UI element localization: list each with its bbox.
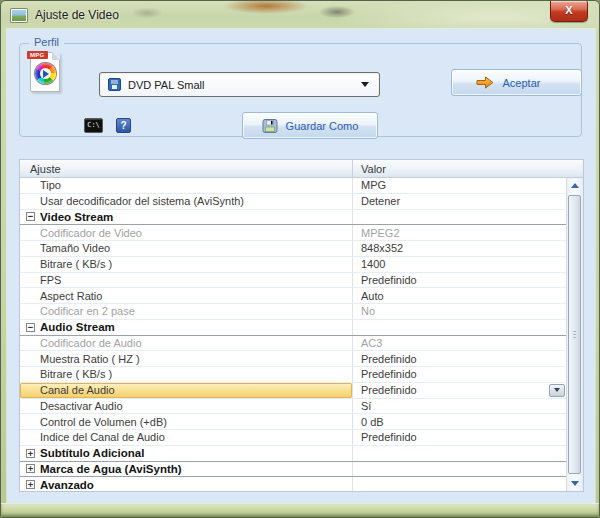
arrow-right-icon (475, 75, 495, 90)
setting-value: MPG (352, 178, 566, 193)
setting-label: −Video Stream (20, 210, 352, 225)
tree-section-row[interactable]: −Video Stream (20, 210, 566, 226)
setting-row[interactable]: FPSPredefinido (20, 273, 566, 289)
setting-label: Bitrare ( KB/s ) (20, 367, 352, 382)
video-settings-dialog: Ajuste de Video X Perfil MPG DVD PAL Sma… (0, 0, 600, 518)
scroll-up-button[interactable] (567, 178, 583, 193)
dialog-client-area: Perfil MPG DVD PAL Small (7, 29, 595, 506)
setting-value: 0 dB (352, 414, 566, 429)
command-line-icon[interactable]: C:\ (84, 118, 103, 133)
value-dropdown-button[interactable] (549, 384, 565, 397)
setting-value: Predefinido (352, 367, 566, 382)
tree-section-row[interactable]: +Subtítulo Adicional (20, 446, 566, 462)
setting-value: 1400 (352, 257, 566, 272)
setting-label: +Marca de Agua (AviSynth) (20, 462, 352, 477)
window-title: Ajuste de Video (35, 8, 119, 22)
setting-value (352, 210, 566, 225)
setting-row[interactable]: Canal de AudioPredefinido (20, 383, 566, 399)
column-header-valor[interactable]: Valor (352, 160, 583, 177)
mpg-badge: MPG (27, 51, 48, 59)
expand-icon[interactable]: + (26, 480, 35, 489)
setting-value: Predefinido (352, 273, 566, 288)
title-bar[interactable]: Ajuste de Video X (1, 1, 599, 29)
setting-row[interactable]: Desactivar AudioSí (20, 399, 566, 415)
table-scrollbar[interactable] (566, 178, 583, 491)
setting-label: Codificador de Audio (20, 336, 352, 351)
setting-label: Muestra Ratio ( HZ ) (20, 351, 352, 366)
save-as-button-label: Guardar Como (286, 120, 359, 132)
setting-row[interactable]: Muestra Ratio ( HZ )Predefinido (20, 351, 566, 367)
setting-value: MPEG2 (352, 225, 566, 240)
color-wheel-play-icon (35, 63, 56, 84)
setting-label: Control de Volumen (+dB) (20, 414, 352, 429)
accept-button[interactable]: Aceptar (451, 69, 582, 96)
setting-label: FPS (20, 273, 352, 288)
setting-label: Tipo (20, 178, 352, 193)
play-triangle-icon (43, 70, 49, 78)
collapse-icon[interactable]: − (26, 323, 35, 332)
setting-value (352, 462, 566, 477)
profile-select[interactable]: DVD PAL Small (99, 72, 380, 97)
setting-value: Detener (352, 194, 566, 209)
app-icon (11, 9, 27, 22)
setting-row[interactable]: Codificador de AudioAC3 (20, 336, 566, 352)
expand-icon[interactable]: + (26, 449, 35, 458)
expand-icon[interactable]: + (26, 464, 35, 473)
setting-value: Sí (352, 399, 566, 414)
setting-row[interactable]: Codificar en 2 paseNo (20, 304, 566, 320)
setting-label: Desactivar Audio (20, 399, 352, 414)
setting-label: −Audio Stream (20, 320, 352, 335)
setting-label: +Avanzado (20, 477, 352, 491)
setting-value: Predefinido (352, 351, 566, 366)
setting-value (352, 320, 566, 335)
setting-row[interactable]: Aspect RatioAuto (20, 288, 566, 304)
dvd-disc-icon (108, 78, 121, 91)
floppy-save-icon (262, 118, 278, 134)
setting-value (352, 477, 566, 491)
setting-row[interactable]: Bitrare ( KB/s )Predefinido (20, 367, 566, 383)
setting-label: Indice del Canal de Audio (20, 430, 352, 445)
column-header-ajuste[interactable]: Ajuste (20, 160, 352, 177)
close-button[interactable]: X (550, 1, 588, 22)
setting-label: Aspect Ratio (20, 288, 352, 303)
profile-select-value: DVD PAL Small (128, 79, 361, 91)
save-as-button[interactable]: Guardar Como (242, 112, 378, 139)
setting-value: AC3 (352, 336, 566, 351)
mpg-file-icon: MPG (30, 52, 60, 92)
setting-label: Usar decodificador del sistema (AviSynth… (20, 194, 352, 209)
settings-table: Ajuste Valor TipoMPGUsar decodificador d… (19, 159, 584, 492)
setting-value: Auto (352, 288, 566, 303)
page-fold-icon (52, 52, 60, 60)
profile-groupbox: Perfil MPG DVD PAL Small (19, 43, 582, 137)
setting-value: 848x352 (352, 241, 566, 256)
help-icon[interactable]: ? (116, 118, 131, 133)
setting-row[interactable]: Control de Volumen (+dB)0 dB (20, 414, 566, 430)
setting-value: Predefinido (352, 383, 566, 398)
tree-section-row[interactable]: +Marca de Agua (AviSynth) (20, 462, 566, 478)
setting-label: Bitrare ( KB/s ) (20, 257, 352, 272)
scrollbar-thumb[interactable] (568, 195, 581, 474)
setting-label: Codificar en 2 pase (20, 304, 352, 319)
settings-table-body: TipoMPGUsar decodificador del sistema (A… (20, 178, 566, 491)
profile-group-label: Perfil (29, 36, 64, 48)
tree-section-row[interactable]: +Avanzado (20, 477, 566, 491)
setting-value: No (352, 304, 566, 319)
setting-row[interactable]: Tamaño Video848x352 (20, 241, 566, 257)
setting-label: Tamaño Video (20, 241, 352, 256)
setting-row[interactable]: Indice del Canal de AudioPredefinido (20, 430, 566, 446)
setting-value: Predefinido (352, 430, 566, 445)
tree-section-row[interactable]: −Audio Stream (20, 320, 566, 336)
setting-label: Codificador de Video (20, 225, 352, 240)
chevron-down-icon[interactable] (361, 82, 369, 87)
setting-row[interactable]: Codificador de VideoMPEG2 (20, 225, 566, 241)
setting-row[interactable]: Usar decodificador del sistema (AviSynth… (20, 194, 566, 210)
collapse-icon[interactable]: − (26, 212, 35, 221)
setting-value (352, 446, 566, 461)
accept-button-label: Aceptar (503, 77, 541, 89)
setting-label: +Subtítulo Adicional (20, 446, 352, 461)
settings-table-header: Ajuste Valor (20, 160, 583, 178)
setting-row[interactable]: Bitrare ( KB/s )1400 (20, 257, 566, 273)
setting-row[interactable]: TipoMPG (20, 178, 566, 194)
scroll-down-button[interactable] (567, 476, 583, 491)
setting-label: Canal de Audio (20, 383, 352, 398)
